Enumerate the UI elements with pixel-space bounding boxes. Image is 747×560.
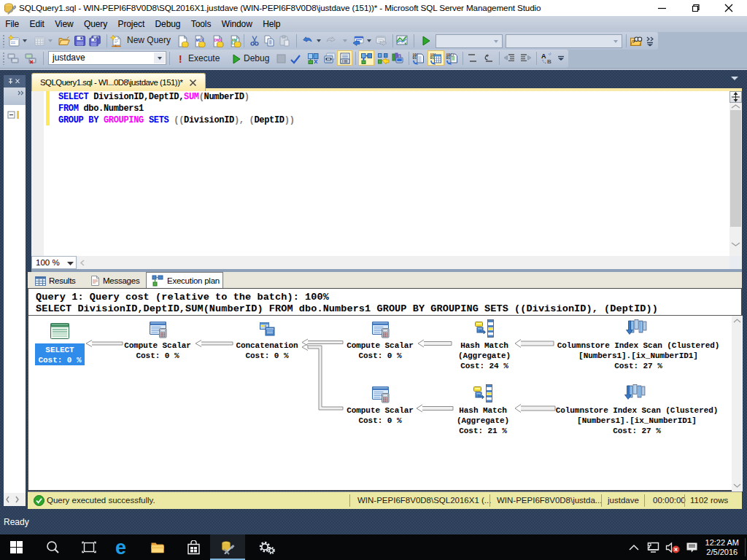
svg-text:DMX: DMX — [214, 39, 222, 42]
svg-text:01: 01 — [413, 56, 417, 60]
svg-text:MDX: MDX — [196, 39, 204, 42]
svg-text:01: 01 — [430, 56, 435, 60]
svg-text:A: A — [541, 52, 546, 60]
svg-text:B: B — [547, 58, 551, 65]
svg-text:01: 01 — [446, 56, 451, 60]
